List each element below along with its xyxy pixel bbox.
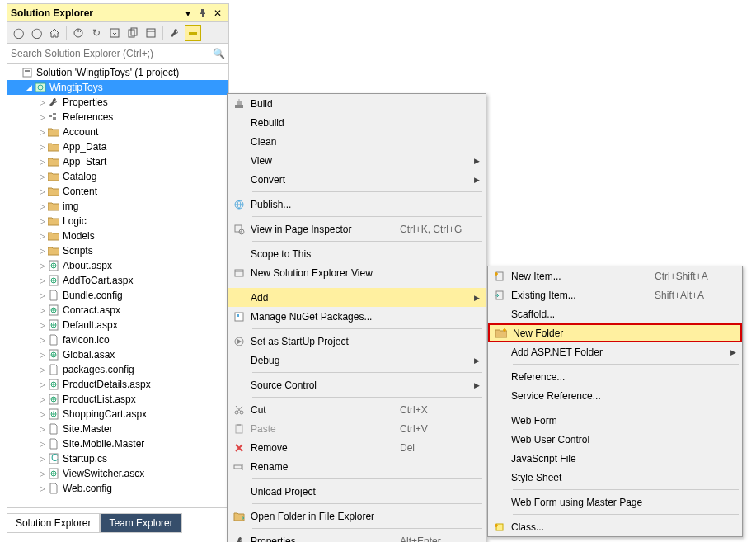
tab-team-explorer[interactable]: Team Explorer [100,513,181,533]
menu-item-source-control[interactable]: Source Control▶ [228,375,486,394]
tree-item-8[interactable]: ▷Logic [7,214,228,229]
expand-icon[interactable]: ▷ [37,484,47,493]
menu-item-rebuild[interactable]: Rebuild [228,113,486,132]
submenu-item-service-reference-[interactable]: Service Reference... [488,386,742,405]
submenu-item-new-item-[interactable]: New Item...Ctrl+Shift+A [488,266,742,285]
refresh-icon[interactable]: ↻ [88,25,105,41]
submenu-item-web-form-using-master-page[interactable]: Web Form using Master Page [488,493,742,511]
tree-item-5[interactable]: ▷Catalog [7,169,228,184]
search-icon[interactable]: 🔍 [210,48,225,59]
close-icon[interactable]: ✕ [210,6,225,21]
tree-item-14[interactable]: ▷Contact.aspx [7,303,228,318]
tree-item-19[interactable]: ▷ProductDetails.aspx [7,377,228,392]
tree-item-18[interactable]: ▷packages.config [7,362,228,377]
expand-icon[interactable]: ▷ [37,395,47,403]
expand-icon[interactable]: ▷ [37,321,47,329]
properties-icon[interactable] [143,25,159,41]
expand-icon[interactable]: ▷ [37,128,47,136]
submenu-item-existing-item-[interactable]: Existing Item...Shift+Alt+A [488,285,742,304]
sync-icon[interactable] [70,25,87,41]
tree-item-0[interactable]: ▷Properties [7,95,228,110]
tree-item-6[interactable]: ▷Content [7,184,228,199]
menu-item-set-as-startup-project[interactable]: Set as StartUp Project [228,332,486,351]
expand-icon[interactable]: ▷ [37,187,47,196]
tree-item-11[interactable]: ▷About.aspx [7,258,228,273]
tree-item-10[interactable]: ▷Scripts [7,243,228,258]
menu-item-rename[interactable]: Rename [228,457,486,476]
collapse-icon[interactable] [106,25,123,41]
tree-item-7[interactable]: ▷img [7,199,228,214]
expand-icon[interactable]: ▷ [37,172,47,181]
expand-icon[interactable]: ▷ [37,217,47,225]
submenu-item-web-form[interactable]: Web Form [488,411,742,430]
tree-item-12[interactable]: ▷AddToCart.aspx [7,273,228,288]
tree-item-3[interactable]: ▷App_Data [7,139,228,154]
expand-icon[interactable]: ▷ [37,276,47,285]
tree-item-21[interactable]: ▷ShoppingCart.aspx [7,407,228,422]
menu-item-publish-[interactable]: Publish... [228,195,486,214]
tree-item-1[interactable]: ▷References [7,110,228,125]
pin-icon[interactable] [195,6,210,21]
tree-item-23[interactable]: ▷Site.Mobile.Master [7,436,228,451]
expand-icon[interactable]: ▷ [37,440,47,448]
expand-icon[interactable]: ▷ [37,143,47,151]
menu-item-scope-to-this[interactable]: Scope to This [228,244,486,263]
expand-icon[interactable]: ▷ [37,336,47,344]
home-icon[interactable] [46,25,63,41]
submenu-item-add-asp-net-folder[interactable]: Add ASP.NET Folder▶ [488,342,742,361]
submenu-item-javascript-file[interactable]: JavaScript File [488,449,742,468]
expand-icon[interactable]: ▷ [37,469,47,478]
dropdown-icon[interactable]: ▾ [181,6,195,21]
expand-icon[interactable]: ▷ [37,351,47,359]
menu-item-paste[interactable]: PasteCtrl+V [228,419,486,438]
tree-item-25[interactable]: ▷ViewSwitcher.ascx [7,466,228,481]
menu-item-view-in-page-inspector[interactable]: View in Page InspectorCtrl+K, Ctrl+G [228,219,486,238]
expand-icon[interactable]: ▷ [37,425,47,433]
tree-item-2[interactable]: ▷Account [7,125,228,139]
forward-icon[interactable]: ◯ [28,25,45,41]
show-all-icon[interactable] [124,25,141,41]
expand-icon[interactable]: ▷ [37,291,47,299]
expand-icon[interactable]: ▷ [37,455,47,463]
menu-item-cut[interactable]: CutCtrl+X [228,400,486,419]
tree-item-16[interactable]: ▷favicon.ico [7,332,228,347]
menu-item-unload-project[interactable]: Unload Project [228,482,486,501]
solution-root[interactable]: Solution 'WingtipToys' (1 project) [7,65,228,80]
menu-item-open-folder-in-file-explorer[interactable]: Open Folder in File Explorer [228,507,486,526]
expand-icon[interactable]: ▷ [37,202,47,210]
expand-icon[interactable]: ▷ [37,98,47,106]
tab-solution-explorer[interactable]: Solution Explorer [7,513,100,533]
expand-icon[interactable]: ▷ [37,113,47,121]
submenu-item-style-sheet[interactable]: Style Sheet [488,468,742,487]
menu-item-convert[interactable]: Convert▶ [228,170,486,189]
expand-icon[interactable]: ▷ [37,365,47,374]
expand-icon[interactable]: ▷ [37,410,47,418]
menu-item-clean[interactable]: Clean [228,132,486,151]
tree-item-24[interactable]: ▷C#Startup.cs [7,451,228,466]
project-node[interactable]: ◢WingtipToys [7,80,228,95]
preview-icon[interactable] [185,25,201,41]
menu-item-remove[interactable]: RemoveDel [228,438,486,457]
tree-item-4[interactable]: ▷App_Start [7,154,228,169]
expand-icon[interactable]: ◢ [24,83,34,92]
expand-icon[interactable]: ▷ [37,306,47,314]
menu-item-properties[interactable]: PropertiesAlt+Enter [228,531,486,542]
tree-item-20[interactable]: ▷ProductList.aspx [7,392,228,407]
submenu-item-reference-[interactable]: Reference... [488,367,742,386]
tree-item-26[interactable]: ▷Web.config [7,481,228,496]
back-icon[interactable]: ◯ [10,25,26,41]
tree-item-13[interactable]: ▷Bundle.config [7,288,228,303]
expand-icon[interactable]: ▷ [37,232,47,240]
expand-icon[interactable]: ▷ [37,247,47,255]
wrench-icon[interactable] [167,25,183,41]
menu-item-debug[interactable]: Debug▶ [228,351,486,370]
menu-item-build[interactable]: Build [228,94,486,113]
menu-item-manage-nuget-packages-[interactable]: Manage NuGet Packages... [228,307,486,326]
expand-icon[interactable]: ▷ [37,380,47,389]
expand-icon[interactable]: ▷ [37,158,47,166]
menu-item-new-solution-explorer-view[interactable]: New Solution Explorer View [228,263,486,282]
tree-item-22[interactable]: ▷Site.Master [7,422,228,436]
tree-item-15[interactable]: ▷Default.aspx [7,318,228,332]
submenu-item-web-user-control[interactable]: Web User Control [488,430,742,449]
submenu-item-class-[interactable]: Class... [488,517,742,536]
